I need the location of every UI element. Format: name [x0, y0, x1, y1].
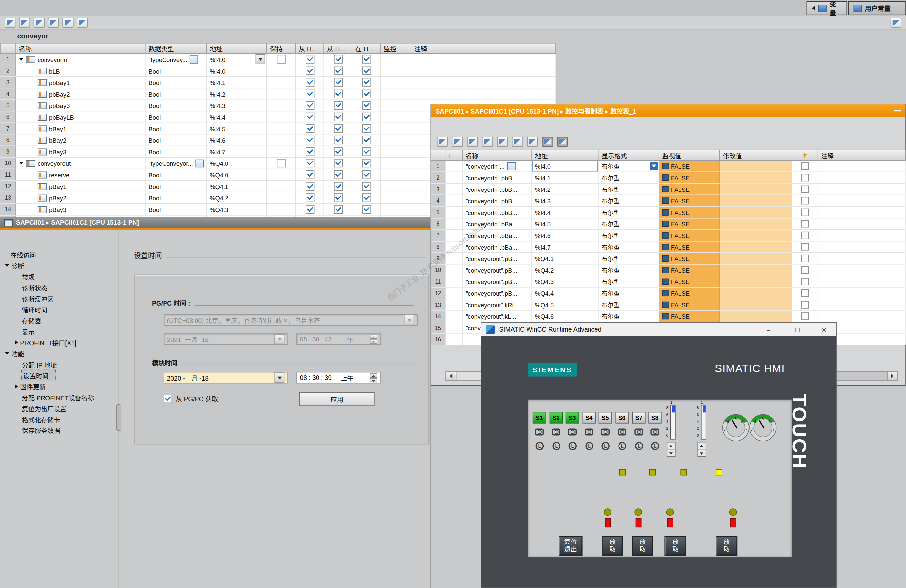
tab-user-constants[interactable]: 用户常量	[848, 1, 906, 15]
modify-enable-checkbox[interactable]	[801, 162, 809, 170]
watch-table-row[interactable]: 5"conveyorIn".pbB...%I4.4布尔型FALSE	[431, 207, 906, 218]
watch-table-row[interactable]: 1"conveyorIn"...%I4.0布尔型FALSE	[431, 161, 906, 172]
hmi-access-checkbox[interactable]	[305, 147, 314, 156]
modify-enable-checkbox[interactable]	[801, 266, 809, 274]
hmi-access-checkbox[interactable]	[362, 182, 370, 191]
modify-enable-checkbox[interactable]	[801, 174, 809, 182]
retain-checkbox[interactable]	[277, 55, 285, 63]
hmi-meter-spinner[interactable]	[667, 442, 675, 457]
modify-enable-checkbox[interactable]	[801, 186, 809, 193]
watch-name-cell[interactable]: "conveyorout".pB...	[463, 276, 532, 287]
hmi-access-checkbox[interactable]	[333, 55, 342, 63]
watch-comment-cell[interactable]	[818, 172, 906, 183]
hmi-action-button[interactable]: 放取	[664, 536, 686, 556]
watch-window-title-bar[interactable]: SAPCII01 ▸ SAPCII01C1 [CPU 1513-1 PN] ▸ …	[431, 105, 905, 117]
tag-name-cell[interactable]: pBay1	[16, 181, 146, 192]
hmi-access-checkbox[interactable]	[333, 171, 342, 179]
hmi-access-checkbox[interactable]	[305, 67, 314, 75]
data-type-cell[interactable]: Bool	[146, 112, 207, 122]
address-cell[interactable]: %I4.5	[207, 123, 267, 134]
nav-item-entry[interactable]: 在线访问	[0, 249, 118, 260]
timezone-select[interactable]: (UTC+08:00) 北京，重庆，香港特别行政区，乌鲁木齐	[164, 314, 418, 326]
maximize-button[interactable]: □	[789, 323, 806, 336]
hmi-output-icon[interactable]	[651, 429, 659, 435]
hmi-access-checkbox[interactable]	[333, 147, 342, 156]
module-time-field[interactable]: 08 : 30 : 39 上午	[297, 372, 381, 384]
watch-table-row[interactable]: 7"conveyorIn".bBa...%I4.6布尔型FALSE	[431, 230, 906, 242]
modify-enable-checkbox[interactable]	[801, 232, 809, 239]
hmi-access-checkbox[interactable]	[305, 124, 314, 133]
hmi-lamp-button[interactable]: L	[569, 442, 577, 450]
data-type-cell[interactable]: Bool	[146, 146, 207, 157]
minimize-icon[interactable]	[895, 110, 901, 112]
display-format-cell[interactable]: 布尔型	[599, 311, 659, 322]
address-cell[interactable]: %I4.7	[207, 146, 267, 157]
hmi-output-icon[interactable]	[634, 429, 643, 435]
address-cell[interactable]: %Q4.3	[207, 204, 267, 215]
address-cell[interactable]: %Q4.1	[207, 181, 267, 192]
modify-enable-checkbox[interactable]	[801, 197, 809, 205]
diagnostics-title-bar[interactable]: SAPCII01 ▸ SAPCII01C1 [CPU 1513-1 PN]	[0, 217, 430, 228]
hmi-access-checkbox[interactable]	[362, 124, 370, 133]
tag-column-header[interactable]: 名称	[16, 43, 146, 54]
hmi-lamp-button[interactable]: L	[536, 442, 544, 450]
modify-value-cell[interactable]	[720, 253, 792, 264]
address-cell[interactable]: %Q4.2	[207, 193, 267, 203]
nav-item-selected[interactable]: 设置时间	[0, 370, 118, 381]
apply-button[interactable]: 应用	[299, 392, 375, 406]
hmi-lamp-button[interactable]: L	[618, 442, 627, 450]
hmi-output-icon[interactable]	[585, 429, 593, 435]
watch-table-row[interactable]: 2"conveyorIn".pbB...%I4.1布尔型FALSE	[431, 172, 906, 183]
monitor-once-icon[interactable]	[557, 137, 568, 147]
tag-table-row[interactable]: 2bLBBool%I4.0	[0, 65, 556, 77]
watch-name-cell[interactable]: "conveyorIn".bBa...	[463, 218, 532, 229]
watch-table-row[interactable]: 8"conveyorIn".bBa...%I4.7布尔型FALSE	[431, 242, 906, 253]
expand-arrow-icon[interactable]	[19, 58, 24, 61]
hmi-access-checkbox[interactable]	[333, 78, 342, 87]
watch-name-cell[interactable]: "conveyorIn".pbB...	[463, 207, 532, 218]
address-cell[interactable]: %I4.0	[207, 54, 267, 65]
hmi-action-button[interactable]: 放取	[602, 536, 623, 556]
watch-table-row[interactable]: 13"conveyorout".kRi...%Q4.5布尔型FALSE	[431, 299, 906, 311]
address-cell[interactable]: %I4.0	[207, 65, 267, 76]
watch-comment-cell[interactable]	[818, 253, 906, 264]
tag-name-cell[interactable]: pbBay3	[16, 100, 146, 111]
nav-item-entry[interactable]: 复位为出厂设置	[0, 403, 118, 414]
nav-item-entry[interactable]: 功能	[0, 348, 118, 359]
hmi-access-checkbox[interactable]	[333, 159, 342, 167]
spin-down-icon[interactable]	[667, 449, 675, 456]
hmi-access-checkbox[interactable]	[305, 113, 314, 121]
hmi-access-checkbox[interactable]	[333, 205, 342, 214]
watch-name-cell[interactable]: "conveyorIn".bBa...	[463, 230, 532, 241]
watch-address-cell[interactable]: %I4.0	[532, 161, 599, 171]
hmi-access-checkbox[interactable]	[333, 113, 342, 121]
hmi-lamp-button[interactable]: L	[585, 442, 593, 450]
watch-column-header[interactable]: 地址	[532, 150, 599, 161]
watch-address-cell[interactable]: %I4.7	[532, 242, 599, 252]
modify-now-icon[interactable]	[527, 137, 538, 147]
import-tags-icon[interactable]	[48, 18, 59, 28]
tag-table-row[interactable]: 3pbBay1Bool%I4.1	[0, 77, 556, 88]
modify-value-cell[interactable]	[720, 276, 792, 287]
hmi-output-icon[interactable]	[568, 429, 577, 435]
watch-address-cell[interactable]: %Q4.4	[532, 288, 599, 299]
nav-item-entry[interactable]: 固件更新	[0, 381, 118, 392]
tag-column-header[interactable]: 数据类型	[146, 43, 207, 54]
address-cell[interactable]: %I4.6	[207, 134, 267, 145]
panel-collapse-arrow-icon[interactable]	[812, 6, 815, 11]
tag-table-row[interactable]: 4pbBay2Bool%I4.2	[0, 88, 556, 100]
hmi-meter-spinner[interactable]	[697, 442, 706, 457]
watch-comment-cell[interactable]	[818, 265, 906, 276]
pgpc-date-select[interactable]: 2021 -一月 -18	[164, 333, 288, 345]
tag-column-header[interactable]: 从 H...	[324, 43, 353, 54]
display-format-cell[interactable]: 布尔型	[599, 288, 659, 299]
monitor-all-icon[interactable]	[542, 137, 553, 147]
watch-column-header[interactable]: 监视值	[659, 150, 720, 161]
data-type-browse-icon[interactable]	[190, 55, 198, 63]
tag-name-cell[interactable]: conveyorout	[16, 158, 146, 169]
tag-name-cell[interactable]: pBay3	[16, 204, 146, 215]
hmi-access-checkbox[interactable]	[333, 124, 342, 133]
hmi-lamp-button[interactable]: L	[651, 442, 659, 450]
collapse-arrow-icon[interactable]	[5, 352, 9, 355]
modify-value-cell[interactable]	[720, 265, 792, 276]
